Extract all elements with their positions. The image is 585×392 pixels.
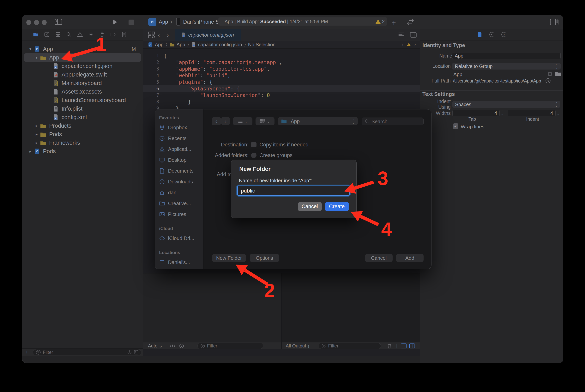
location-dropdown[interactable]: Relative to Group ⌃⌄ — [452, 63, 561, 70]
recent-filter-icon[interactable] — [127, 350, 132, 354]
tree-row-pods[interactable]: ▸Pods — [24, 147, 141, 156]
minimize-window-button[interactable] — [34, 20, 39, 25]
help-inspector-tab-icon[interactable]: ? — [501, 32, 507, 38]
history-inspector-tab-icon[interactable] — [489, 32, 495, 38]
disclosure-closed-icon[interactable]: ▸ — [34, 132, 39, 136]
clear-group-icon[interactable] — [548, 72, 553, 76]
next-issue-icon[interactable]: › — [415, 42, 416, 47]
tab-width-field[interactable]: 4 — [452, 110, 500, 116]
list-view-dropdown[interactable]: ⌄ — [233, 117, 252, 125]
dialog-create-button[interactable]: Create — [325, 202, 349, 211]
jump-crumb[interactable]: App — [176, 42, 185, 48]
forward-button[interactable]: › — [167, 32, 169, 38]
stop-button[interactable] — [128, 20, 134, 25]
navigator-tab-breakpoints-icon[interactable] — [110, 32, 116, 38]
dialog-cancel-button[interactable]: Cancel — [298, 202, 322, 211]
sidebar-item-downloads[interactable]: Downloads — [159, 179, 193, 185]
goto-path-icon[interactable] — [546, 78, 551, 83]
jump-crumb[interactable]: App — [155, 42, 163, 48]
copy-items-checkbox[interactable] — [251, 142, 256, 148]
tree-row-frameworks[interactable]: ▸Frameworks — [24, 138, 141, 147]
sidebar-item-daniel-s-[interactable]: Daniel's... — [159, 259, 190, 265]
back-button[interactable]: ‹ — [158, 32, 160, 38]
toggle-inspector-icon[interactable] — [550, 19, 559, 25]
navigator-tab-issues-icon[interactable] — [77, 32, 83, 38]
sheet-add-button[interactable]: Add — [396, 254, 424, 262]
tree-row-pods[interactable]: ▸Pods — [24, 130, 141, 138]
sidebar-item-dan[interactable]: dan — [159, 190, 176, 196]
zoom-window-button[interactable] — [42, 20, 47, 25]
warning-badge[interactable]: 2 — [376, 18, 385, 26]
run-button[interactable] — [112, 19, 118, 25]
tree-row-capacitor-config-json[interactable]: capacitor.config.json — [24, 62, 141, 70]
sidebar-item-creative-[interactable]: Creative... — [159, 200, 191, 206]
sidebar-item-documents[interactable]: Documents — [159, 168, 194, 174]
scheme-name[interactable]: App — [159, 19, 168, 25]
activity-status[interactable]: App | Build App: Succeeded | 1/4/21 at 5… — [218, 18, 387, 26]
disclosure-open-icon[interactable]: ▾ — [27, 47, 33, 51]
add-editor-icon[interactable]: + — [392, 19, 396, 27]
sheet-search-field[interactable]: Search — [362, 118, 424, 125]
tree-row-app[interactable]: ▾AppM — [24, 45, 141, 53]
editor-layout-icon[interactable] — [410, 32, 417, 38]
sidebar-item-icloud-dri-[interactable]: iCloud Dri... — [159, 235, 194, 241]
tree-row-launchscreen-storyboard[interactable]: LaunchScreen.storyboard — [24, 96, 141, 104]
navigator-tab-project-icon[interactable] — [33, 32, 39, 38]
tab-width-stepper[interactable]: ⌃⌄ — [501, 110, 504, 116]
navigator-filter-field[interactable]: Filter — [33, 349, 141, 356]
jump-crumb[interactable]: No Selection — [248, 42, 275, 48]
sidebar-item-desktop[interactable]: Desktop — [159, 157, 186, 163]
file-inspector-tab-icon[interactable] — [477, 32, 483, 38]
sheet-forward-button[interactable]: › — [221, 117, 230, 125]
toggle-navigator-icon[interactable] — [54, 19, 62, 25]
choose-folder-icon[interactable] — [555, 71, 561, 76]
disclosure-closed-icon[interactable]: ▸ — [27, 149, 33, 154]
tree-row-app[interactable]: ▾App — [24, 53, 141, 62]
source-code[interactable]: 1{2 "appId": "com.capacitorjs.testapp",3… — [143, 52, 420, 112]
issue-warning-icon[interactable] — [407, 43, 411, 46]
sheet-back-button[interactable]: ‹ — [212, 117, 221, 125]
navigator-tab-source-control-icon[interactable] — [44, 32, 50, 38]
minimap-icon[interactable] — [398, 32, 405, 38]
disclosure-closed-icon[interactable]: ▸ — [34, 123, 39, 128]
run-destination[interactable]: Dan's iPhone SE — [183, 19, 222, 25]
navigator-tab-symbols-icon[interactable] — [55, 32, 61, 38]
tree-row-main-storyboard[interactable]: Main.storyboard — [24, 79, 141, 87]
disclosure-open-icon[interactable]: ▾ — [34, 55, 39, 60]
swap-editor-icon[interactable] — [406, 18, 415, 25]
scheme-app-icon[interactable] — [148, 18, 156, 26]
info-icon[interactable] — [179, 344, 184, 348]
prev-issue-icon[interactable]: ‹ — [402, 42, 403, 47]
icon-view-dropdown[interactable]: ⌄ — [256, 117, 274, 125]
indent-width-stepper[interactable]: ⌃⌄ — [557, 110, 560, 116]
tree-row-config-xml[interactable]: config.xml — [24, 113, 141, 122]
sheet-cancel-button[interactable]: Cancel — [365, 254, 393, 262]
tree-row-info-plist[interactable]: Info.plist — [24, 104, 141, 113]
eye-icon[interactable] — [170, 344, 175, 348]
jump-crumb[interactable]: capacitor.config.json — [198, 42, 242, 48]
current-folder-dropdown[interactable]: App ⌃⌄ — [278, 117, 358, 125]
navigator-tab-reports-icon[interactable] — [121, 32, 127, 38]
folder-name-input[interactable]: public — [237, 186, 350, 196]
sidebar-item-pictures[interactable]: Pictures — [159, 211, 186, 217]
add-file-button[interactable]: + — [25, 349, 29, 356]
related-items-icon[interactable] — [148, 32, 155, 38]
sidebar-item-applicati-[interactable]: AApplicati... — [159, 146, 191, 152]
tree-row-assets-xcassets[interactable]: Assets.xcassets — [24, 87, 141, 96]
sheet-new-folder-button[interactable]: New Folder — [212, 254, 246, 262]
jump-bar[interactable]: App 〉 App 〉 capacitor.config.json 〉 No S… — [143, 41, 420, 48]
tree-row-products[interactable]: ▸Products — [24, 122, 141, 130]
create-groups-radio[interactable] — [251, 152, 256, 158]
close-window-button[interactable] — [26, 20, 31, 25]
indent-width-field[interactable]: 4 — [508, 110, 556, 116]
toggle-variables-icon[interactable] — [401, 344, 407, 348]
variables-scope-dropdown[interactable]: Auto ⌄ — [143, 343, 163, 348]
scm-filter-icon[interactable] — [134, 350, 138, 354]
sheet-options-button[interactable]: Options — [250, 254, 279, 262]
console-scope-dropdown[interactable]: All Output ↕ — [282, 343, 310, 348]
wrap-lines-checkbox[interactable]: ✓ — [453, 123, 458, 129]
toggle-console-icon[interactable] — [409, 344, 415, 348]
tree-row-appdelegate-swift[interactable]: AppDelegate.swift — [24, 70, 141, 79]
trash-icon[interactable] — [387, 343, 392, 348]
navigator-tab-search-icon[interactable] — [66, 32, 72, 38]
